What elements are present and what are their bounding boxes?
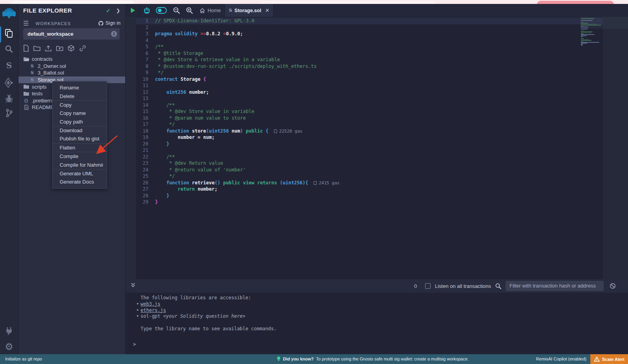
tab-home[interactable]: Home [195, 4, 225, 17]
zoom-in-icon[interactable] [183, 4, 195, 17]
code-line-10[interactable]: contract Storage { [153, 76, 628, 83]
code-line-19[interactable]: number = num; [153, 134, 628, 141]
plugin-manager-icon[interactable] [0, 326, 18, 336]
code-line-6[interactable]: * @title Storage [153, 50, 628, 57]
git-icon[interactable] [0, 108, 18, 118]
terminal-prompt[interactable]: > [133, 342, 136, 348]
terminal-line: •ethers.js [126, 308, 628, 314]
code-line-1[interactable]: // SPDX-License-Identifier: GPL-3.0 [153, 18, 628, 24]
gas-estimate: 2415 gas [314, 180, 340, 186]
menu-item-generate-docs[interactable]: Generate Docs [53, 178, 107, 186]
copilot-status[interactable]: RemixAI Copilot (enabled) [536, 357, 586, 361]
menu-item-copy[interactable]: Copy [53, 101, 107, 109]
code-line-21[interactable] [153, 147, 628, 154]
upload-folder-icon[interactable] [56, 45, 63, 52]
code-line-24[interactable]: * @return value of 'number' [153, 167, 628, 173]
editor-left-margin [126, 17, 136, 279]
terminal-line: The following libraries are accessible: [126, 295, 628, 301]
menu-item-flatten[interactable]: Flatten [53, 144, 107, 152]
deploy-run-icon[interactable] [0, 78, 18, 88]
workspace-select[interactable]: default_workspace [23, 28, 120, 40]
listen-checkbox[interactable] [425, 283, 431, 289]
settings-gear-icon[interactable]: ⚙ [0, 341, 18, 352]
code-line-7[interactable]: * @dev Store & retrieve value in a varia… [153, 56, 628, 63]
code-line-27[interactable]: return number; [153, 186, 628, 193]
minimap-slider[interactable] [580, 17, 628, 29]
code-line-13[interactable] [153, 95, 628, 102]
editor-scrollbar-zone[interactable] [603, 17, 628, 279]
code-line-14[interactable]: /** [153, 102, 628, 109]
code-line-12[interactable]: uint256 number; [153, 89, 628, 96]
folder-icon [23, 84, 29, 89]
menu-item-rename[interactable]: Rename [53, 84, 107, 92]
menu-item-delete[interactable]: Delete [53, 92, 107, 100]
transaction-filter-input[interactable]: Filter with transaction hash or address [506, 281, 604, 291]
bulb-icon [277, 356, 281, 362]
code-line-2[interactable] [153, 24, 628, 31]
code-line-8[interactable]: * @custom:dev-run-script ./scripts/deplo… [153, 63, 628, 70]
code-line-11[interactable] [153, 82, 628, 89]
terminal-link[interactable]: ethers.js [141, 308, 166, 313]
code-line-20[interactable]: } [153, 141, 628, 147]
code-line-9[interactable]: */ [153, 69, 628, 76]
terminal-link[interactable]: web3.js [141, 301, 161, 307]
search-icon[interactable] [0, 45, 18, 53]
code-area[interactable]: // SPDX-License-Identifier: GPL-3.0pragm… [153, 17, 628, 279]
chevron-right-icon[interactable]: ❯ [116, 8, 120, 13]
tree-item-contracts[interactable]: contracts [18, 56, 125, 63]
code-line-26[interactable]: function retrieve() public view returns … [153, 180, 628, 186]
file-explorer-icon[interactable] [0, 28, 18, 38]
new-file-icon[interactable] [23, 45, 29, 52]
workspaces-menu-icon[interactable]: ☰ [23, 20, 29, 27]
code-line-28[interactable]: } [153, 193, 628, 199]
solidity-compiler-icon[interactable]: S [0, 60, 18, 70]
remix-logo-icon[interactable] [0, 6, 18, 22]
menu-item-download[interactable]: Download [53, 126, 107, 135]
terminal-search-icon[interactable] [495, 283, 502, 291]
zoom-out-icon[interactable] [170, 4, 183, 17]
tab-close-icon[interactable]: ✕ [265, 7, 269, 13]
listen-label: Listen on all transactions [435, 283, 491, 289]
code-line-16[interactable]: * @param num value to store [153, 115, 628, 122]
code-line-15[interactable]: * @dev Store value in variable [153, 108, 628, 115]
run-script-button[interactable] [126, 4, 140, 17]
solidity-icon: S [29, 70, 35, 75]
menu-item-copy-name[interactable]: Copy name [53, 109, 107, 117]
menu-item-generate-uml[interactable]: Generate UML [53, 169, 107, 178]
debugger-icon[interactable] [0, 94, 18, 104]
code-line-18[interactable]: function store(uint256 num) public {2252… [153, 128, 628, 135]
code-line-29[interactable]: } [153, 199, 628, 206]
upload-file-icon[interactable] [45, 45, 52, 52]
terminal-output[interactable]: > The following libraries are accessible… [126, 293, 628, 354]
git-init-button[interactable]: Initialize as git repo [5, 357, 42, 361]
terminal-expand-icon[interactable] [130, 282, 136, 290]
menu-item-compile-for-nahmii[interactable]: Compile for Nahmii [53, 160, 107, 169]
tab-storage-sol[interactable]: S Storage.sol ✕ [225, 4, 273, 17]
ipfs-cube-icon[interactable] [68, 45, 75, 52]
new-folder-icon[interactable] [33, 45, 40, 52]
code-line-22[interactable]: /** [153, 154, 628, 160]
copilot-toggle[interactable] [153, 4, 169, 17]
home-icon [199, 8, 205, 13]
code-line-5[interactable]: /** [153, 44, 628, 50]
code-line-3[interactable]: pragma solidity >=0.8.2 <0.9.0; [153, 31, 628, 37]
braces-icon: {} [23, 98, 29, 103]
menu-item-publish-file-to-gist[interactable]: Publish file to gist [53, 135, 107, 143]
menu-item-copy-path[interactable]: Copy path [53, 118, 107, 126]
clear-console-icon[interactable] [610, 283, 616, 291]
code-line-4[interactable] [153, 37, 628, 44]
icon-rail: S ⚙ [0, 4, 18, 354]
editor-main: Home S Storage.sol ✕ 1234567891011121314… [126, 4, 628, 354]
menu-item-compile[interactable]: Compile [53, 152, 107, 160]
tree-item-2-owner-sol[interactable]: S2_Owner.sol [18, 63, 125, 70]
code-line-25[interactable]: */ [153, 173, 628, 180]
sign-in-button[interactable]: Sign in [98, 20, 120, 26]
tree-item-3-ballot-sol[interactable]: S3_Ballot.sol [18, 69, 125, 76]
code-editor[interactable]: 1234567891011121314151617181920212223242… [126, 17, 628, 279]
code-line-17[interactable]: */ [153, 121, 628, 128]
panel-title: FILE EXPLORER [23, 7, 72, 14]
remixai-robot-icon[interactable] [140, 4, 153, 17]
link-icon[interactable] [79, 45, 86, 52]
scam-alert-button[interactable]: Scam Alert [590, 354, 628, 364]
code-line-23[interactable]: * @dev Return value [153, 160, 628, 167]
